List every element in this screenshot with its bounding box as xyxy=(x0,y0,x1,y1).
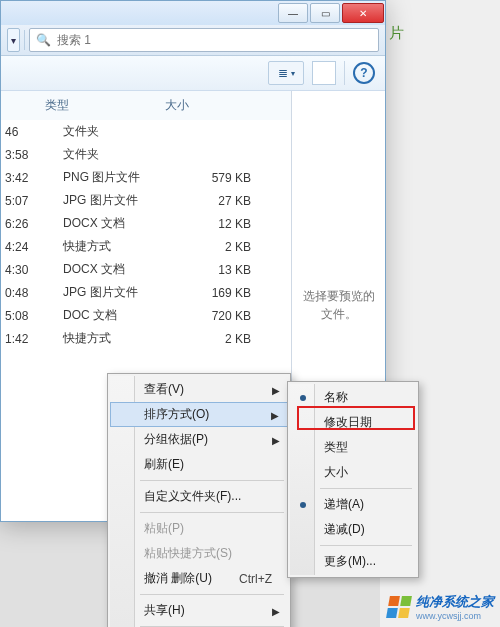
menu-separator xyxy=(320,488,412,489)
menu-item-label: 递增(A) xyxy=(324,496,364,513)
menu-item[interactable]: 类型 xyxy=(290,435,416,460)
cell-type: 文件夹 xyxy=(43,143,179,166)
context-menu[interactable]: 查看(V)▶排序方式(O)▶分组依据(P)▶刷新(E)自定义文件夹(F)...粘… xyxy=(107,373,291,627)
watermark-text: 纯净系统之家 xyxy=(416,594,494,609)
menu-separator xyxy=(140,480,284,481)
table-row[interactable]: 5:08DOC 文档720 KB xyxy=(1,304,291,327)
cell-size: 579 KB xyxy=(179,166,291,189)
menu-item[interactable]: 更多(M)... xyxy=(290,549,416,574)
maximize-button[interactable]: ▭ xyxy=(310,3,340,23)
menu-item[interactable]: 刷新(E) xyxy=(110,452,288,477)
file-table: 46文件夹3:58文件夹3:42PNG 图片文件579 KB5:07JPG 图片… xyxy=(1,120,291,350)
close-button[interactable]: ✕ xyxy=(342,3,384,23)
menu-shortcut: Ctrl+Z xyxy=(239,572,272,586)
cell-size: 27 KB xyxy=(179,189,291,212)
cell-time: 4:30 xyxy=(1,258,43,281)
table-row[interactable]: 46文件夹 xyxy=(1,120,291,143)
cell-type: DOC 文档 xyxy=(43,304,179,327)
search-box[interactable]: 🔍 xyxy=(29,28,379,52)
search-input[interactable] xyxy=(55,32,372,48)
cell-size: 13 KB xyxy=(179,258,291,281)
menu-item[interactable]: 大小 xyxy=(290,460,416,485)
menu-item[interactable]: 递减(D) xyxy=(290,517,416,542)
menu-item: 粘贴(P) xyxy=(110,516,288,541)
menu-item-label: 排序方式(O) xyxy=(144,406,209,423)
menu-item-label: 更多(M)... xyxy=(324,553,376,570)
cell-time: 5:08 xyxy=(1,304,43,327)
table-row[interactable]: 4:30DOCX 文档13 KB xyxy=(1,258,291,281)
table-row[interactable]: 3:42PNG 图片文件579 KB xyxy=(1,166,291,189)
menu-item[interactable]: 递增(A) xyxy=(290,492,416,517)
cell-size: 720 KB xyxy=(179,304,291,327)
cell-size xyxy=(179,143,291,166)
cell-size: 12 KB xyxy=(179,212,291,235)
menu-item[interactable]: 名称 xyxy=(290,385,416,410)
cell-type: 快捷方式 xyxy=(43,235,179,258)
cell-time: 6:26 xyxy=(1,212,43,235)
column-type[interactable]: 类型 xyxy=(45,97,165,114)
submenu-arrow-icon: ▶ xyxy=(271,409,279,420)
menu-item-label: 大小 xyxy=(324,464,348,481)
table-row[interactable]: 0:48JPG 图片文件169 KB xyxy=(1,281,291,304)
menu-item-label: 粘贴快捷方式(S) xyxy=(144,545,232,562)
help-button[interactable]: ? xyxy=(353,62,375,84)
menu-item-label: 分组依据(P) xyxy=(144,431,208,448)
cell-type: DOCX 文档 xyxy=(43,212,179,235)
menu-separator xyxy=(140,594,284,595)
cell-time: 4:24 xyxy=(1,235,43,258)
nav-dropdown[interactable]: ▾ xyxy=(7,28,20,52)
menu-separator xyxy=(140,512,284,513)
column-size[interactable]: 大小 xyxy=(165,97,285,114)
chevron-down-icon: ▾ xyxy=(291,69,295,78)
cell-type: 快捷方式 xyxy=(43,327,179,350)
cell-type: JPG 图片文件 xyxy=(43,281,179,304)
menu-item-label: 撤消 删除(U) xyxy=(144,570,212,587)
table-row[interactable]: 5:07JPG 图片文件27 KB xyxy=(1,189,291,212)
view-button[interactable]: ≣ ▾ xyxy=(268,61,304,85)
table-row[interactable]: 6:26DOCX 文档12 KB xyxy=(1,212,291,235)
cell-size: 2 KB xyxy=(179,235,291,258)
minimize-button[interactable]: — xyxy=(278,3,308,23)
menu-item-label: 共享(H) xyxy=(144,602,185,619)
menu-item[interactable]: 自定义文件夹(F)... xyxy=(110,484,288,509)
command-toolbar: ≣ ▾ ? xyxy=(1,56,385,91)
menu-item[interactable]: 查看(V)▶ xyxy=(110,377,288,402)
cell-size xyxy=(179,120,291,143)
toolbar-separator xyxy=(24,30,25,50)
window-titlebar: — ▭ ✕ xyxy=(1,1,385,25)
cell-time: 5:07 xyxy=(1,189,43,212)
cell-time: 3:42 xyxy=(1,166,43,189)
cell-type: DOCX 文档 xyxy=(43,258,179,281)
toolbar-separator xyxy=(344,61,345,85)
cell-time: 1:42 xyxy=(1,327,43,350)
radio-dot-icon xyxy=(300,502,306,508)
menu-item[interactable]: 修改日期 xyxy=(290,410,416,435)
menu-item-label: 名称 xyxy=(324,389,348,406)
menu-separator xyxy=(320,545,412,546)
cell-time: 0:48 xyxy=(1,281,43,304)
column-headers[interactable]: 类型 大小 xyxy=(1,91,291,120)
sort-submenu[interactable]: 名称修改日期类型大小递增(A)递减(D)更多(M)... xyxy=(287,381,419,578)
menu-item-label: 递减(D) xyxy=(324,521,365,538)
cell-type: 文件夹 xyxy=(43,120,179,143)
watermark: 纯净系统之家 www.ycwsjj.com xyxy=(388,593,494,621)
cell-type: PNG 图片文件 xyxy=(43,166,179,189)
menu-item[interactable]: 分组依据(P)▶ xyxy=(110,427,288,452)
menu-item[interactable]: 撤消 删除(U)Ctrl+Z xyxy=(110,566,288,591)
table-row[interactable]: 3:58文件夹 xyxy=(1,143,291,166)
cell-time: 46 xyxy=(1,120,43,143)
cell-time: 3:58 xyxy=(1,143,43,166)
menu-item-label: 粘贴(P) xyxy=(144,520,184,537)
menu-item[interactable]: 排序方式(O)▶ xyxy=(110,402,288,427)
table-row[interactable]: 1:42快捷方式2 KB xyxy=(1,327,291,350)
radio-dot-icon xyxy=(300,395,306,401)
table-row[interactable]: 4:24快捷方式2 KB xyxy=(1,235,291,258)
menu-item-label: 自定义文件夹(F)... xyxy=(144,488,241,505)
menu-item-label: 刷新(E) xyxy=(144,456,184,473)
menu-item-label: 类型 xyxy=(324,439,348,456)
logo-icon xyxy=(386,596,412,618)
menu-item-label: 修改日期 xyxy=(324,414,372,431)
menu-item[interactable]: 共享(H)▶ xyxy=(110,598,288,623)
search-icon: 🔍 xyxy=(36,33,51,47)
preview-toggle[interactable] xyxy=(312,61,336,85)
